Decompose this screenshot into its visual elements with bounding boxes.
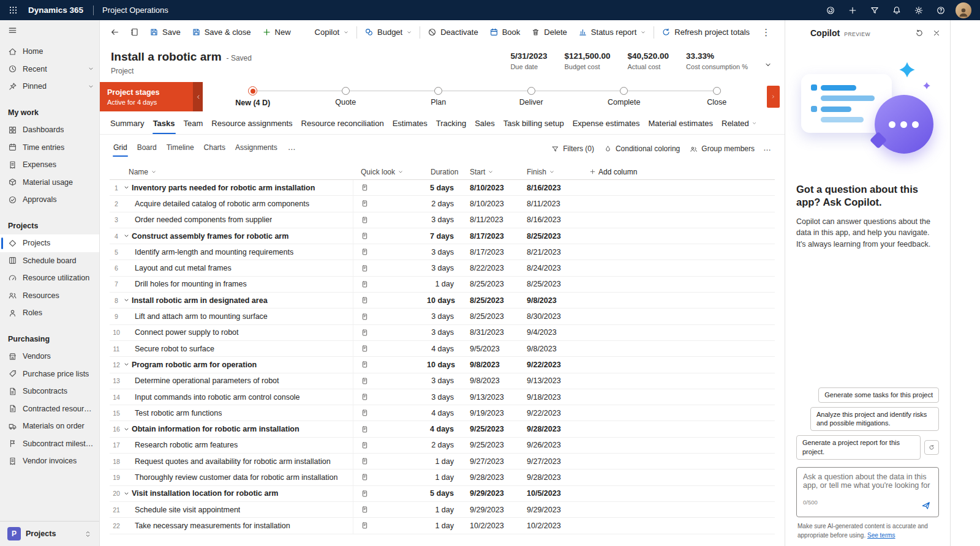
send-button[interactable] [918, 497, 935, 514]
column-header-quick-look[interactable]: Quick look [353, 168, 427, 176]
quick-look-button[interactable] [353, 231, 427, 241]
task-row-construct-assembly-frames-for-robotic-arm[interactable]: 4 Construct assembly frames for robotic … [110, 228, 775, 244]
command-save-close[interactable]: Save & close [186, 23, 257, 42]
tab-sales[interactable]: Sales [470, 114, 499, 134]
collapse-header-button[interactable] [760, 60, 776, 70]
task-row-secure-robot-to-surface[interactable]: 11 Secure robot to surface 4 days 9/5/20… [110, 341, 775, 357]
sidebar-item-schedule-board[interactable]: Schedule board [0, 252, 99, 270]
task-row-input-commands-into-robotic-arm-control-console[interactable]: 14 Input commands into robotic arm contr… [110, 389, 775, 405]
sidebar-item-materials-on-order[interactable]: Materials on order [0, 417, 99, 435]
sidebar-item-recent[interactable]: Recent [0, 61, 99, 78]
quick-look-button[interactable] [353, 457, 427, 466]
quick-look-button[interactable] [353, 489, 427, 498]
suggestion-chip[interactable]: Generate some tasks for this project [818, 387, 939, 403]
sidebar-item-resource-utilization[interactable]: Resource utilization [0, 269, 99, 287]
sidebar-item-pinned[interactable]: Pinned [0, 78, 99, 95]
command-deactivate[interactable]: Deactivate [422, 23, 483, 42]
tab-expense-estimates[interactable]: Expense estimates [568, 114, 644, 134]
copilot-question-input[interactable] [803, 473, 932, 496]
copilot-restart-button[interactable] [911, 24, 928, 42]
task-row-schedule-site-visit-appointment[interactable]: 21 Schedule site visit appointment 1 day… [110, 502, 775, 518]
tab-team[interactable]: Team [179, 114, 208, 134]
app-launcher-button[interactable] [2, 0, 23, 20]
stage-plan[interactable]: Plan [392, 82, 485, 111]
sidebar-toggle-button[interactable] [0, 20, 99, 40]
sidebar-item-approvals[interactable]: Approvals [0, 191, 99, 209]
command-save[interactable]: Save [144, 23, 186, 42]
topbar-button-settings[interactable] [908, 0, 930, 20]
topbar-button-filter[interactable] [864, 0, 886, 20]
collapse-task-icon[interactable] [123, 426, 130, 433]
stage-complete[interactable]: Complete [578, 82, 671, 111]
collapse-task-icon[interactable] [123, 361, 130, 368]
quick-look-button[interactable] [353, 264, 427, 273]
quick-look-button[interactable] [353, 360, 427, 369]
view-tab-assignments[interactable]: Assignments [230, 141, 282, 157]
quick-look-button[interactable] [353, 312, 427, 321]
view-actions-overflow-button[interactable]: … [760, 143, 775, 155]
topbar-button-help[interactable] [930, 0, 952, 20]
tab-task-billing-setup[interactable]: Task billing setup [499, 114, 568, 134]
quick-look-button[interactable] [353, 328, 427, 337]
task-row-take-necessary-measurements-for-installation[interactable]: 22 Take necessary measurements for insta… [110, 518, 775, 534]
task-row-program-robotic-arm-for-operation[interactable]: 12 Program robotic arm for operation 10 … [110, 357, 775, 373]
quick-look-button[interactable] [353, 521, 427, 530]
add-column-button[interactable]: Add column [578, 168, 775, 176]
task-row-request-quotes-and-availability-for-robotic-arm-installation[interactable]: 18 Request quotes and availability for r… [110, 454, 775, 469]
quick-look-button[interactable] [353, 296, 427, 305]
task-row-inventory-parts-needed-for-robotic-arm-installation[interactable]: 1 Inventory parts needed for robotic arm… [110, 180, 775, 196]
command-copilot[interactable]: Copilot [296, 23, 355, 42]
stage-quote[interactable]: Quote [300, 82, 393, 111]
column-header-finish[interactable]: Finish [522, 168, 578, 176]
view-action-conditional-coloring[interactable]: Conditional coloring [599, 142, 685, 155]
chevron-down-icon[interactable] [406, 29, 412, 36]
sidebar-item-material-usage[interactable]: Material usage [0, 174, 99, 192]
task-row-connect-power-supply-to-robot[interactable]: 10 Connect power supply to robot 3 days … [110, 325, 775, 341]
task-row-visit-installation-location-for-robotic-arm[interactable]: 20 Visit installation location for robot… [110, 486, 775, 502]
view-action-group-members[interactable]: Group members [685, 142, 760, 155]
process-stage-banner[interactable]: Project stages Active for 4 days [100, 82, 203, 111]
tab-material-estimates[interactable]: Material estimates [644, 114, 717, 134]
command-delete[interactable]: Delete [526, 23, 573, 42]
column-header-duration[interactable]: Duration [427, 168, 461, 176]
stage-deliver[interactable]: Deliver [485, 82, 578, 111]
collapse-banner-button[interactable] [193, 82, 203, 111]
view-tabs-overflow-button[interactable]: … [282, 143, 301, 155]
quick-look-button[interactable] [353, 441, 427, 450]
task-row-install-robotic-arm-in-designated-area[interactable]: 8 Install robotic arm in designated area… [110, 293, 775, 309]
quick-look-button[interactable] [353, 199, 427, 208]
task-row-lift-and-attach-arm-to-mounting-surface[interactable]: 9 Lift and attach arm to mounting surfac… [110, 309, 775, 324]
task-row-layout-and-cut-metal-frames[interactable]: 6 Layout and cut metal frames 3 days 8/2… [110, 260, 775, 276]
task-row-identify-arm-length-and-mounting-requirements[interactable]: 5 Identify arm-length and mounting requi… [110, 244, 775, 260]
sidebar-item-home[interactable]: Home [0, 43, 99, 61]
view-tab-timeline[interactable]: Timeline [162, 141, 199, 157]
view-tab-grid[interactable]: Grid [108, 141, 132, 157]
sidebar-item-projects[interactable]: Projects [0, 234, 99, 252]
regenerate-suggestions-button[interactable] [924, 440, 939, 455]
copilot-close-button[interactable] [928, 24, 945, 42]
tab-estimates[interactable]: Estimates [388, 114, 432, 134]
collapse-task-icon[interactable] [123, 490, 130, 497]
topbar-button-insights[interactable] [820, 0, 842, 20]
task-row-research-robotic-arm-features[interactable]: 17 Research robotic arm features 2 days … [110, 438, 775, 454]
stage-new-4-d[interactable]: New (4 D) [206, 82, 300, 111]
stage-close[interactable]: Close [671, 82, 764, 111]
chevron-down-icon[interactable] [343, 29, 349, 36]
sidebar-item-vendor-invoices[interactable]: Vendor invoices [0, 452, 99, 470]
column-header-name[interactable]: Name [123, 168, 353, 176]
suggestion-chip[interactable]: Analyze this project and identify risks … [810, 407, 939, 432]
collapse-task-icon[interactable] [123, 184, 130, 191]
more-commands-button[interactable]: ⋮ [755, 23, 777, 42]
back-button[interactable] [105, 23, 124, 42]
view-action-filters-0[interactable]: Filters (0) [546, 142, 599, 155]
notebook-button[interactable] [124, 23, 144, 42]
sidebar-item-contracted-resource[interactable]: Contracted resource... [0, 400, 99, 418]
quick-look-button[interactable] [353, 247, 427, 256]
task-row-order-needed-components-from-supplier[interactable]: 3 Order needed components from supplier … [110, 212, 775, 228]
command-book[interactable]: Book [484, 23, 526, 42]
quick-look-button[interactable] [353, 215, 427, 225]
tab-summary[interactable]: Summary [106, 114, 149, 134]
tab-tasks[interactable]: Tasks [149, 114, 179, 134]
task-row-test-robotic-arm-functions[interactable]: 15 Test robotic arm functions 4 days 9/1… [110, 405, 775, 421]
task-row-determine-operational-parameters-of-robot[interactable]: 13 Determine operational parameters of r… [110, 373, 775, 389]
